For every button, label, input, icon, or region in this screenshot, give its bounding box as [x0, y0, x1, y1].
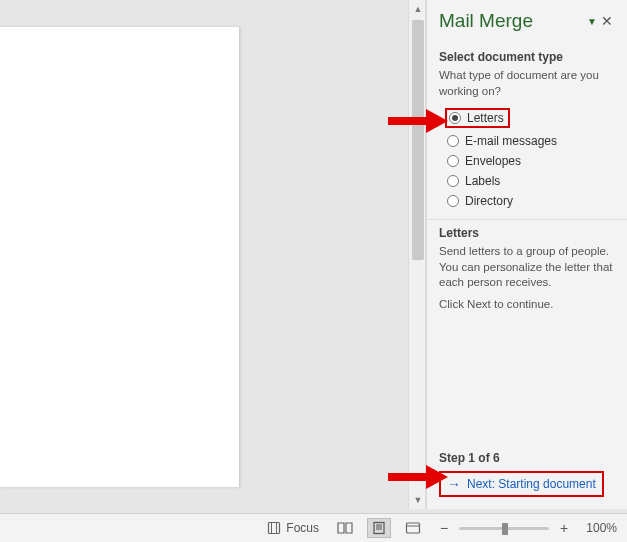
radio-label: Labels	[465, 174, 500, 188]
radio-icon	[447, 175, 459, 187]
radio-option-labels[interactable]: Labels	[445, 171, 615, 191]
wizard-step-footer: Step 1 of 6 → Next: Starting document	[427, 451, 627, 509]
radio-label: Envelopes	[465, 154, 521, 168]
radio-icon	[449, 112, 461, 124]
status-bar: Focus − + 100%	[0, 513, 627, 542]
zoom-slider-track[interactable]	[459, 527, 549, 530]
pane-menu-dropdown-icon[interactable]: ▼	[587, 16, 597, 27]
focus-icon	[266, 520, 282, 536]
arrow-right-icon: →	[447, 477, 461, 491]
continue-instruction: Click Next to continue.	[439, 297, 615, 313]
view-read-mode-button[interactable]	[333, 518, 357, 538]
mail-merge-pane: Mail Merge ▼ ✕ Select document type What…	[426, 0, 627, 509]
svg-rect-10	[407, 523, 420, 533]
annotation-highlight-next: → Next: Starting document	[439, 471, 604, 497]
radio-option-directory[interactable]: Directory	[445, 191, 615, 211]
document-type-radio-group: Letters E-mail messages Envelopes Labels…	[445, 105, 615, 211]
scroll-thumb[interactable]	[412, 20, 424, 260]
svg-rect-6	[374, 523, 384, 534]
radio-label: Letters	[467, 111, 504, 125]
radio-option-letters[interactable]: Letters	[445, 105, 615, 131]
focus-label: Focus	[286, 521, 319, 535]
annotation-highlight-letters: Letters	[445, 108, 510, 128]
pane-body: Select document type What type of docume…	[427, 38, 627, 312]
radio-option-envelopes[interactable]: Envelopes	[445, 151, 615, 171]
divider	[427, 219, 627, 220]
select-doc-type-heading: Select document type	[439, 50, 615, 64]
zoom-slider-thumb[interactable]	[502, 523, 508, 535]
radio-icon	[447, 135, 459, 147]
zoom-out-button[interactable]: −	[435, 520, 453, 536]
step-indicator: Step 1 of 6	[439, 451, 615, 465]
radio-icon	[447, 195, 459, 207]
radio-label: E-mail messages	[465, 134, 557, 148]
vertical-scrollbar[interactable]: ▲ ▼	[408, 0, 426, 509]
zoom-controls: − + 100%	[435, 520, 617, 536]
zoom-in-button[interactable]: +	[555, 520, 573, 536]
selected-type-heading: Letters	[439, 226, 615, 240]
svg-rect-5	[272, 523, 277, 534]
zoom-percent[interactable]: 100%	[579, 521, 617, 535]
svg-rect-4	[269, 523, 280, 534]
document-page[interactable]	[0, 27, 240, 487]
next-step-link[interactable]: Next: Starting document	[467, 477, 596, 491]
selected-type-description: Send letters to a group of people. You c…	[439, 244, 615, 291]
pane-title: Mail Merge	[439, 10, 581, 32]
select-doc-type-question: What type of document are you working on…	[439, 68, 615, 99]
view-web-layout-button[interactable]	[401, 518, 425, 538]
view-print-layout-button[interactable]	[367, 518, 391, 538]
radio-icon	[447, 155, 459, 167]
pane-header: Mail Merge ▼ ✕	[427, 0, 627, 38]
scroll-up-button[interactable]: ▲	[409, 0, 427, 18]
radio-option-email[interactable]: E-mail messages	[445, 131, 615, 151]
scroll-down-button[interactable]: ▼	[409, 491, 427, 509]
close-icon[interactable]: ✕	[597, 11, 617, 31]
focus-mode-button[interactable]: Focus	[262, 520, 323, 536]
radio-label: Directory	[465, 194, 513, 208]
document-canvas	[0, 0, 243, 509]
